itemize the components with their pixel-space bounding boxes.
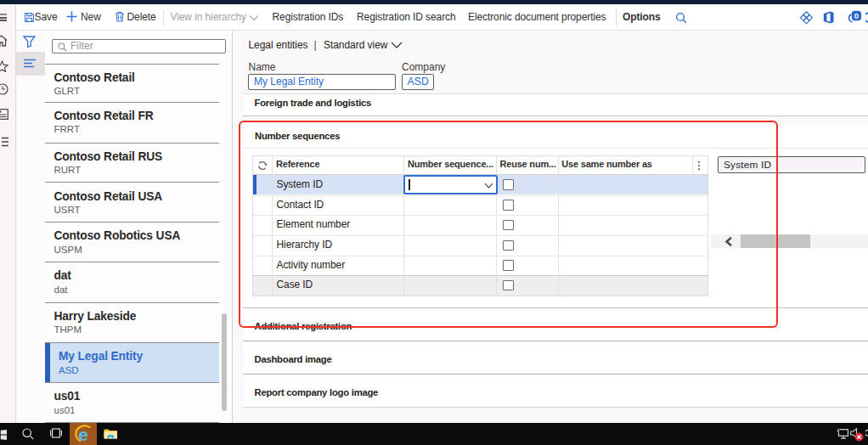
svg-text:0: 0 bbox=[854, 11, 858, 20]
